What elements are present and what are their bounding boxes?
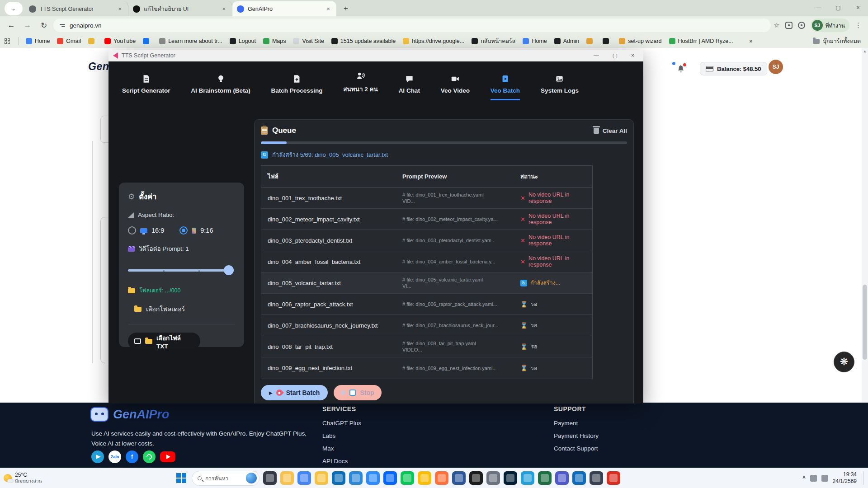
bookmark-item[interactable]: Logout [230,38,256,44]
taskbar-app-icon[interactable] [383,471,397,485]
scroll-up-icon[interactable]: ▲ [862,48,868,53]
tab-script-generator[interactable]: Script Generator [122,75,170,100]
new-tab-button[interactable]: + [340,3,352,14]
taskbar-clock[interactable]: 19:34 24/1/2569 [833,471,857,485]
browser-tab-1[interactable]: TTS Script Generator × [24,1,128,16]
taskbar-app-icon[interactable] [263,471,277,485]
stop-button-disabled[interactable]: Stop [334,385,381,400]
whatsapp-icon[interactable] [143,450,156,463]
site-settings-icon[interactable] [60,24,65,27]
reload-icon[interactable]: ↻ [37,19,51,32]
tab-close-icon[interactable]: × [220,5,227,12]
search-highlight-icon[interactable] [246,473,257,483]
bookmark-item[interactable] [586,38,595,44]
app-close-button[interactable]: × [631,52,634,59]
bookmark-item[interactable] [88,38,97,44]
taskbar-app-icon[interactable] [280,471,294,485]
taskbar-app-icon[interactable] [521,471,534,485]
taskbar-app-icon[interactable] [607,471,620,485]
radio-unchecked[interactable] [128,226,136,235]
bookmark-item[interactable]: Visit Site [293,38,324,44]
browser-tab-3-active[interactable]: GenAIPro × [232,1,336,16]
radio-checked[interactable] [179,226,188,235]
tab-ai-chat[interactable]: AI Chat [399,75,420,100]
taskbar-app-icon[interactable] [332,471,345,485]
bookmark-item[interactable]: Learn more about tr... [159,38,222,44]
slider-thumb[interactable] [224,265,234,275]
taskbar-app-icon[interactable] [401,471,414,485]
scrollbar-thumb[interactable] [863,285,867,360]
bookmark-item[interactable]: HostBrr | AMD Ryze... [669,38,733,44]
taskbar-app-icon[interactable] [486,471,500,485]
footer-service-link[interactable]: ChatGPT Plus [322,417,361,430]
choose-folder-button[interactable]: เลือกโฟลเดอร์ [134,304,235,314]
address-bar[interactable]: genaipro.vn [53,19,771,32]
taskbar-weather-widget[interactable]: 25°C มีเมฆบางส่วน [0,472,68,484]
taskbar-app-icon[interactable] [315,471,328,485]
footer-support-link[interactable]: Contact Support [554,442,599,455]
taskbar-app-icon[interactable] [349,471,363,485]
app-title-bar[interactable]: TTS Script Generator — ▢ × [108,50,643,61]
bookmark-item[interactable]: YouTube [104,38,136,44]
choose-txt-files-button[interactable]: เลือกไฟล์ TXT [128,333,200,350]
apps-grid-icon[interactable] [5,38,10,44]
ratio-16-9-option[interactable]: 16:9 [128,226,164,235]
taskbar-app-icon[interactable] [555,471,569,485]
bookmark-item[interactable]: Home [26,38,50,44]
maximize-button[interactable]: ▢ [828,0,848,15]
chatgpt-floating-button[interactable]: ❋ [834,352,854,372]
ratio-9-16-option[interactable]: 9:16 [179,226,213,235]
inbox-icon[interactable] [798,22,805,29]
footer-support-link[interactable]: Payment History [554,430,599,442]
minimize-button[interactable]: — [808,0,828,15]
tray-icon[interactable] [821,475,828,482]
taskbar-app-icon[interactable] [504,471,517,485]
bookmark-item[interactable] [143,38,152,44]
user-avatar[interactable]: SJ [769,60,783,74]
tab-batch-processing[interactable]: Batch Processing [271,75,322,100]
taskbar-app-icon[interactable] [297,471,311,485]
taskbar-app-icon[interactable] [538,471,552,485]
tab-close-icon[interactable]: × [325,5,332,12]
telegram-icon[interactable] [91,450,104,463]
bookmark-item[interactable]: Admin [554,38,579,44]
taskbar-app-icon[interactable] [590,471,603,485]
tray-expand-icon[interactable]: ^ [802,475,805,481]
bookmark-item[interactable]: Gmail [57,38,81,44]
slider-track[interactable] [128,269,233,272]
taskbar-app-icon[interactable] [452,471,466,485]
windows-start-icon[interactable] [176,473,186,483]
close-button[interactable]: × [848,0,868,15]
tab-veo-video[interactable]: Veo Video [441,75,470,100]
taskbar-search-box[interactable]: การค้นหา [192,471,259,486]
taskbar-app-icon[interactable] [418,471,431,485]
show-desktop-button[interactable] [863,471,864,485]
forward-icon[interactable]: → [21,19,34,32]
bookmark-item[interactable]: กลับหน้าคอร์ส [472,37,515,46]
taskbar-app-icon[interactable] [435,471,448,485]
bookmark-item[interactable] [603,38,612,44]
footer-service-link[interactable]: Labs [322,430,361,442]
facebook-icon[interactable]: f [126,450,138,463]
bookmark-item[interactable]: Home [523,38,547,44]
taskbar-app-icon[interactable] [469,471,483,485]
app-maximize-button[interactable]: ▢ [613,52,618,59]
taskbar-app-icon[interactable] [572,471,586,485]
url-text[interactable]: genaipro.vn [70,22,102,29]
browser-menu-icon[interactable]: ⋮ [855,21,862,29]
bookmark-item[interactable]: Maps [263,38,286,44]
balance-chip[interactable]: Balance: $48.50 [700,62,767,75]
bookmark-item[interactable]: » [741,38,753,44]
tab-two-person-conversation[interactable]: สนทนา 2 คน [343,71,377,100]
bookmark-item[interactable]: 1515 update available [331,38,396,44]
notification-bell-icon[interactable] [676,64,685,73]
back-icon[interactable]: ← [5,19,18,32]
app-minimize-button[interactable]: — [594,52,599,59]
taskbar-app-icon[interactable] [366,471,380,485]
footer-service-link[interactable]: Max [322,442,361,455]
tab-ai-brainstorm[interactable]: AI Brainstorm (Beta) [191,75,250,100]
footer-service-link[interactable]: API Docs [322,455,361,468]
tab-veo-batch-active[interactable]: Veo Batch [491,75,520,100]
bookmark-item[interactable]: set-up wizard [619,38,661,44]
browser-tab-2[interactable]: แก้ไขคำอธิบาย UI × [128,1,232,16]
